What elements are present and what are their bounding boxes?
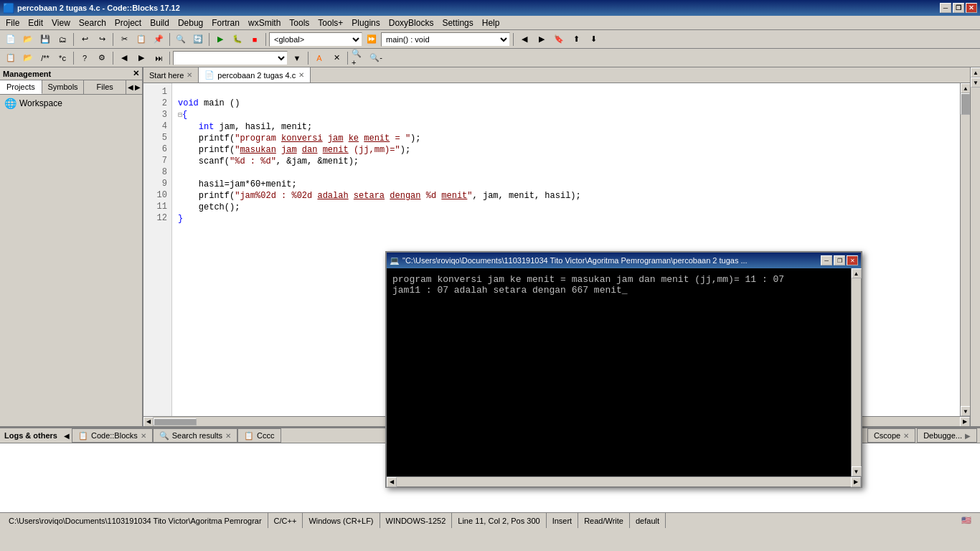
- workspace-item[interactable]: 🌐 Workspace: [0, 95, 142, 112]
- left-nav-left[interactable]: ◀: [128, 83, 133, 91]
- hscroll-thumb[interactable]: [154, 418, 197, 425]
- bottom-nav-left[interactable]: ◀: [62, 432, 72, 440]
- menu-file[interactable]: File: [1, 17, 24, 29]
- minimize-button[interactable]: ─: [940, 3, 951, 13]
- tab-search-results[interactable]: 🔍 Search results ✕: [153, 428, 237, 443]
- open-btn[interactable]: 📂: [20, 32, 36, 47]
- terminal-restore[interactable]: ❐: [834, 255, 845, 265]
- run-btn[interactable]: ▶: [212, 32, 228, 47]
- terminal-minimize[interactable]: ─: [821, 255, 832, 265]
- menu-project[interactable]: Project: [110, 17, 146, 29]
- scope-go[interactable]: ⏩: [364, 32, 380, 47]
- tab-cccc[interactable]: 📋 Cccc: [237, 428, 281, 443]
- term-scroll-down[interactable]: ▼: [852, 466, 862, 476]
- menu-view[interactable]: View: [47, 17, 75, 29]
- debug-btn[interactable]: 🐛: [230, 32, 245, 47]
- rscroll-up[interactable]: ▲: [971, 67, 980, 77]
- tab-symbols[interactable]: Symbols: [42, 80, 85, 94]
- tab-start-close[interactable]: ✕: [187, 71, 192, 79]
- prev-bookmark[interactable]: ⬆: [568, 32, 584, 47]
- restore-button[interactable]: ❐: [953, 3, 964, 13]
- new2-btn[interactable]: 📋: [3, 50, 19, 66]
- tab-percobaan-close[interactable]: ✕: [298, 71, 304, 79]
- last-btn[interactable]: ⏭: [151, 50, 166, 66]
- function-dropdown[interactable]: main() : void: [381, 32, 510, 47]
- menu-help[interactable]: Help: [478, 17, 504, 29]
- search-btn[interactable]: 🔍: [173, 32, 189, 47]
- menu-toolsplus[interactable]: Tools+: [314, 17, 347, 29]
- save-all-btn[interactable]: 🗂: [55, 32, 70, 47]
- hscroll-right[interactable]: ▶: [960, 417, 970, 427]
- copy-btn[interactable]: 📋: [133, 32, 149, 47]
- sep5: [265, 33, 266, 46]
- term-scroll-up[interactable]: ▲: [852, 268, 862, 278]
- vscroll-track[interactable]: [961, 93, 970, 406]
- menu-settings[interactable]: Settings: [438, 17, 477, 29]
- scope-dropdown[interactable]: <global>: [269, 32, 362, 47]
- management-close[interactable]: ✕: [133, 69, 139, 78]
- save-btn[interactable]: 💾: [37, 32, 53, 47]
- management-header: Management ✕: [0, 67, 142, 80]
- comment-btn[interactable]: /**: [37, 50, 53, 66]
- cut-btn[interactable]: ✂: [116, 32, 132, 47]
- tab-codeblocks[interactable]: 📋 Code::Blocks ✕: [72, 428, 153, 443]
- vscroll-up[interactable]: ▲: [961, 83, 970, 93]
- menu-plugins[interactable]: Plugins: [347, 17, 384, 29]
- paste-btn[interactable]: 📌: [151, 32, 166, 47]
- zoom-out-btn[interactable]: 🔍-: [368, 50, 384, 66]
- nav-arrow[interactable]: ▼: [289, 50, 305, 66]
- menu-debug[interactable]: Debug: [174, 17, 207, 29]
- workspace-icon: 🌐: [4, 98, 17, 109]
- uncomment-btn[interactable]: *c: [55, 50, 70, 66]
- stop-btn[interactable]: ■: [247, 32, 263, 47]
- tab-debugger[interactable]: Debugge... ▶: [917, 428, 977, 443]
- new-btn[interactable]: 📄: [3, 32, 19, 47]
- cb-tab-close[interactable]: ✕: [141, 432, 146, 440]
- settings-icon[interactable]: ⚙: [94, 50, 110, 66]
- menu-wxsmith[interactable]: wxSmith: [244, 17, 285, 29]
- open2-btn[interactable]: 📂: [20, 50, 36, 66]
- tab-percobaan[interactable]: 📄 percobaan 2 tugas 4.c ✕: [199, 67, 311, 83]
- close-button[interactable]: ✕: [966, 3, 977, 13]
- replace-btn[interactable]: 🔄: [190, 32, 206, 47]
- zoom-in-btn[interactable]: 🔍+: [351, 50, 367, 66]
- menu-edit[interactable]: Edit: [24, 17, 47, 29]
- search-tab-label: Search results: [172, 431, 222, 440]
- term-hscroll-left[interactable]: ◀: [387, 477, 397, 487]
- hscroll-left[interactable]: ◀: [143, 417, 154, 427]
- redo-btn[interactable]: ↪: [94, 32, 110, 47]
- bookmark-btn[interactable]: 🔖: [551, 32, 567, 47]
- cscope-close[interactable]: ✕: [903, 432, 909, 440]
- menu-doxyblocks[interactable]: DoxyBlocks: [385, 17, 438, 29]
- prev-btn[interactable]: ◀: [116, 50, 132, 66]
- term-hscroll-right[interactable]: ▶: [851, 477, 861, 487]
- editor-tabs: Start here ✕ 📄 percobaan 2 tugas 4.c ✕: [143, 67, 970, 83]
- tab-cscope[interactable]: Cscope ✕: [867, 428, 915, 443]
- undo-btn[interactable]: ↩: [77, 32, 93, 47]
- left-nav-right[interactable]: ▶: [135, 83, 141, 91]
- tab-files[interactable]: Files: [84, 80, 126, 94]
- fwd-btn[interactable]: ▶: [534, 32, 550, 47]
- highlight-btn[interactable]: A: [311, 50, 327, 66]
- terminal-close[interactable]: ✕: [847, 255, 858, 265]
- menu-tools[interactable]: Tools: [285, 17, 314, 29]
- clear-hl-btn[interactable]: ✕: [329, 50, 344, 66]
- menu-build[interactable]: Build: [146, 17, 174, 29]
- rscroll-down[interactable]: ▼: [971, 77, 980, 88]
- menu-search[interactable]: Search: [75, 17, 110, 29]
- terminal-title: "C:\Users\roviqo\Documents\1103191034 Ti…: [402, 256, 748, 265]
- navigate-dropdown[interactable]: [173, 51, 288, 65]
- debugger-close[interactable]: ▶: [965, 432, 971, 440]
- tab-start-here[interactable]: Start here ✕: [143, 67, 199, 83]
- term-scroll-track[interactable]: [852, 278, 861, 466]
- next-btn2[interactable]: ▶: [133, 50, 149, 66]
- next-bookmark[interactable]: ⬇: [585, 32, 601, 47]
- back-btn[interactable]: ◀: [517, 32, 532, 47]
- help-btn[interactable]: ?: [77, 50, 93, 66]
- vscroll-down[interactable]: ▼: [961, 406, 970, 416]
- menu-fortran[interactable]: Fortran: [207, 17, 244, 29]
- vscroll-thumb[interactable]: [961, 93, 970, 115]
- tab-projects[interactable]: Projects: [0, 80, 42, 94]
- terminal-body[interactable]: program konversi jam ke menit = masukan …: [387, 268, 851, 476]
- search-tab-close[interactable]: ✕: [225, 432, 231, 440]
